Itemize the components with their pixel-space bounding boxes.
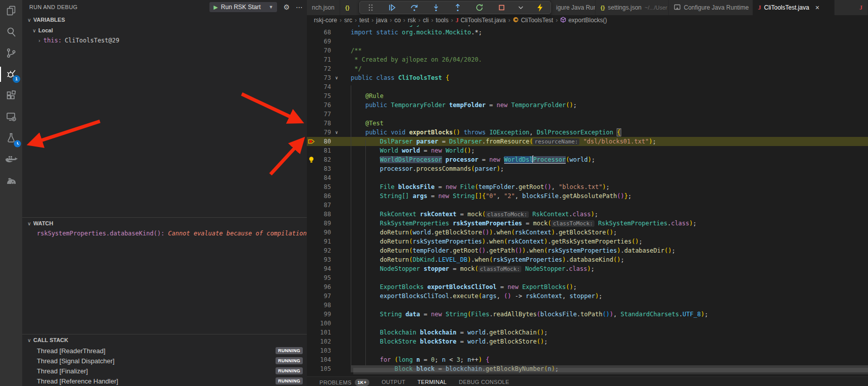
- line-number: 100: [316, 319, 331, 328]
- step-into-button[interactable]: [430, 2, 442, 13]
- breadcrumb-item-java[interactable]: java: [376, 17, 387, 24]
- thread-label: Thread [Finalizer]: [37, 367, 88, 375]
- call-stack-thread[interactable]: Thread [Signal Dispatcher]RUNNING: [22, 356, 307, 366]
- line-number: 97: [316, 292, 331, 301]
- code-text: [342, 173, 868, 182]
- breadcrumb-method[interactable]: exportBlocks(): [568, 17, 607, 24]
- code-text: String[] args = new String[]{"0", "2", b…: [342, 191, 868, 201]
- code-line-99: 99 String data = new String(Files.readAl…: [307, 310, 868, 319]
- fold-chevron-icon[interactable]: ∨: [331, 73, 342, 82]
- console-icon: [674, 4, 681, 12]
- chevron-down-icon[interactable]: ▼: [269, 5, 274, 10]
- gradle-icon[interactable]: [0, 170, 22, 191]
- line-number: 78: [316, 119, 331, 128]
- fold-column: [331, 55, 342, 64]
- call-stack-thread[interactable]: Thread [Finalizer]RUNNING: [22, 366, 307, 376]
- gutter: [307, 282, 316, 292]
- tab-igure-java-runtime[interactable]: igure Java Runtime: [551, 0, 595, 15]
- testing-flask-icon[interactable]: [0, 127, 22, 149]
- panel-tab-output[interactable]: OUTPUT: [382, 379, 405, 385]
- stop-button[interactable]: [496, 2, 507, 13]
- code-text: */: [342, 64, 868, 73]
- explorer-icon[interactable]: [0, 0, 22, 21]
- more-actions-icon[interactable]: ⋯: [296, 3, 303, 11]
- breadcrumb-item-test[interactable]: test: [359, 17, 369, 24]
- breadcrumb-item-src[interactable]: src: [344, 17, 352, 24]
- run-config-button[interactable]: ▶ Run RSK Start ▼: [209, 2, 277, 12]
- panel-tab-terminal[interactable]: TERMINAL: [417, 379, 447, 385]
- tab-partial[interactable]: J: [835, 0, 868, 15]
- tab-label: Configure Java Runtime: [684, 4, 749, 11]
- current-execution-breakpoint-icon[interactable]: [307, 137, 316, 146]
- fold-chevron-icon[interactable]: ∨: [331, 128, 342, 137]
- code-line-98: 98: [307, 301, 868, 310]
- breadcrumb-item-tools[interactable]: tools: [436, 17, 448, 24]
- tab-nch.json[interactable]: nch.json: [307, 0, 340, 15]
- gutter[interactable]: [307, 128, 316, 137]
- panel-tab-debug-console[interactable]: DEBUG CONSOLE: [459, 379, 509, 385]
- variable-this[interactable]: ›this:CliToolsTest@29: [22, 35, 307, 45]
- code-line-88: 88 RskContext rskContext = mock(classToM…: [307, 210, 868, 219]
- call-stack-thread[interactable]: Thread [Reference Handler]RUNNING: [22, 376, 307, 386]
- gutter: [307, 101, 316, 110]
- line-number: 77: [316, 110, 331, 119]
- fold-column: [331, 237, 342, 246]
- code-line-71: 71 * Created by ajlopez on 26/04/2020.: [307, 55, 868, 64]
- java-file-icon: J: [859, 4, 862, 12]
- variables-header[interactable]: ∨VARIABLES: [22, 14, 307, 25]
- line-number: 68: [316, 28, 331, 37]
- code-line-72: 72 */: [307, 64, 868, 73]
- breadcrumb-class[interactable]: CliToolsTest: [521, 17, 553, 24]
- fold-column: [331, 110, 342, 119]
- clock-badge: [14, 140, 21, 148]
- tab-configure-java-runtime[interactable]: Configure Java Runtime: [669, 0, 753, 15]
- call-stack-thread[interactable]: Thread [ReaderThread]RUNNING: [22, 346, 307, 356]
- breadcrumb-file[interactable]: CliToolsTest.java: [461, 17, 506, 24]
- java-file-icon: J: [758, 4, 761, 12]
- breadcrumb-separator: ›: [418, 17, 420, 24]
- fold-column: [331, 219, 342, 228]
- fold-column: [331, 28, 342, 37]
- watch-header[interactable]: ∨WATCH: [22, 218, 307, 229]
- code-line-93: 93 doReturn(DbKind.LEVEL_DB).when(rskSys…: [307, 255, 868, 264]
- panel-tab-problems[interactable]: PROBLEMS1K+: [319, 379, 369, 386]
- remote-explorer-icon[interactable]: [0, 106, 22, 127]
- tab-clitoolstest.java[interactable]: JCliToolsTest.java×: [753, 0, 835, 15]
- code-line-79: 79∨ public void exportBlocks() throws IO…: [307, 128, 868, 137]
- tab-settings.json[interactable]: {}settings.json~/.../User: [595, 0, 669, 15]
- hot-code-replace-icon[interactable]: [534, 2, 546, 13]
- docker-icon[interactable]: [0, 149, 22, 170]
- horizontal-scrollbar[interactable]: [353, 368, 868, 374]
- close-icon[interactable]: ×: [815, 4, 819, 12]
- fold-column: [331, 164, 342, 173]
- step-over-button[interactable]: [409, 2, 420, 13]
- stop-dropdown-chevron-icon[interactable]: [518, 2, 524, 13]
- search-icon[interactable]: [0, 21, 22, 42]
- fold-column: [331, 155, 342, 164]
- gear-icon[interactable]: ⚙: [283, 3, 290, 11]
- gutter[interactable]: [307, 73, 316, 82]
- step-out-button[interactable]: [452, 2, 463, 13]
- variables-scope-local[interactable]: ∨Local: [22, 25, 307, 35]
- drag-handle-icon[interactable]: [365, 2, 376, 13]
- breadcrumb-item-rskj-core[interactable]: rskj-core: [314, 17, 337, 24]
- watch-expression[interactable]: rskSystemProperties.databaseKind(): Cann…: [22, 229, 307, 238]
- breadcrumb-item-co[interactable]: co: [394, 17, 401, 24]
- fold-column: [331, 310, 342, 319]
- line-number: 88: [316, 210, 331, 219]
- source-control-icon[interactable]: [0, 42, 22, 64]
- lightbulb-icon[interactable]: [307, 155, 316, 164]
- breadcrumb-item-cli[interactable]: cli: [423, 17, 428, 24]
- line-number: 98: [316, 301, 331, 310]
- restart-button[interactable]: [474, 2, 485, 13]
- breadcrumb-item-rsk[interactable]: rsk: [408, 17, 416, 24]
- call-stack-header[interactable]: ∨CALL STACK: [22, 334, 307, 346]
- editor-code[interactable]: 67import static org.junit.Assert.*;68imp…: [307, 25, 868, 376]
- sidebar-title: RUN AND DEBUG: [29, 4, 78, 10]
- code-text: File blocksFile = new File(tempFolder.ge…: [342, 182, 868, 191]
- run-and-debug-icon[interactable]: 1: [0, 64, 22, 85]
- continue-button[interactable]: [387, 2, 398, 13]
- extensions-icon[interactable]: [0, 85, 22, 106]
- code-line-104: 104 for (long n = 0; n < 3; n++) {: [307, 355, 868, 364]
- fold-column: [331, 201, 342, 210]
